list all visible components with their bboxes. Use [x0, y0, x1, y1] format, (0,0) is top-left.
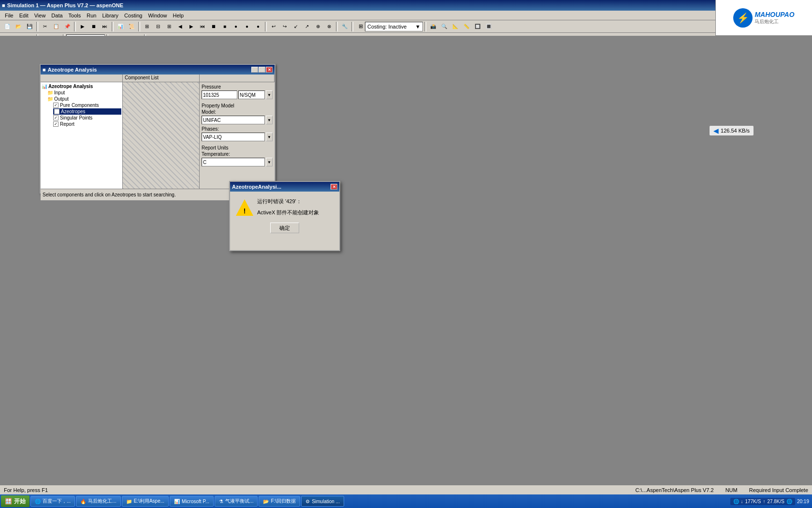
net-down-value: 177K/S: [745, 499, 761, 504]
pressure-unit[interactable]: N/SQM: [238, 90, 265, 99]
error-titlebar[interactable]: AzeotropeAnalysi... ✕: [230, 182, 339, 192]
tb-btn-17[interactable]: ⊗: [324, 21, 334, 32]
task-microsoft[interactable]: 📊 Microsoft P...: [170, 496, 214, 507]
tb-btn-16[interactable]: ⊕: [313, 21, 323, 32]
run-button[interactable]: ▶: [77, 21, 88, 32]
error-line1: 运行时错误 '429'：: [257, 197, 319, 206]
tb-btn-10[interactable]: ●: [242, 21, 252, 32]
open-button[interactable]: 📂: [13, 21, 24, 32]
tree-output[interactable]: 📁 Output: [47, 96, 121, 102]
copy-button[interactable]: 📋: [51, 21, 61, 32]
model-select-row: UNIFAC ▼: [202, 116, 273, 124]
phases-arrow[interactable]: ▼: [266, 133, 273, 141]
temp-select[interactable]: C: [202, 158, 265, 166]
menu-bar: File Edit View Data Tools Run Library Co…: [0, 11, 812, 20]
model-select[interactable]: UNIFAC: [202, 116, 265, 124]
report-checkbox[interactable]: ✓: [53, 121, 58, 127]
task-baidu[interactable]: 🌐 百度一下，...: [30, 496, 75, 507]
task-ms-icon: 📊: [174, 499, 180, 504]
tb-btn-21[interactable]: 📐: [450, 21, 461, 32]
stop-button[interactable]: ⏹: [88, 21, 99, 32]
tb-btn-22[interactable]: 📏: [461, 21, 472, 32]
model-arrow[interactable]: ▼: [266, 116, 273, 124]
tree-input[interactable]: 📁 Input: [47, 90, 121, 96]
menu-data[interactable]: Data: [48, 11, 65, 20]
step-button[interactable]: ⏭: [100, 21, 110, 32]
task-aspen-folder[interactable]: 📁 E:\利用Aspe...: [122, 496, 169, 507]
tb-btn-2[interactable]: ⊟: [153, 21, 163, 32]
temp-select-row: C ▼: [202, 158, 273, 166]
menu-edit[interactable]: Edit: [16, 11, 31, 20]
tb-btn-9[interactable]: ●: [231, 21, 241, 32]
menu-view[interactable]: View: [31, 11, 49, 20]
tb-btn-12[interactable]: ↩: [268, 21, 279, 32]
azeotrope-title-text: Azeotrope Analysis: [48, 67, 97, 73]
azeotrope-titlebar[interactable]: ■ Azeotrope Analysis _ □ ✕: [41, 65, 275, 75]
tree-pure-components[interactable]: ✓ Pure Components: [53, 102, 121, 108]
error-close-btn[interactable]: ✕: [331, 184, 337, 190]
tb-btn-24[interactable]: 🔳: [483, 21, 494, 32]
task-simulation[interactable]: ⚙ Simulation ...: [301, 496, 344, 507]
pressure-input[interactable]: [202, 90, 237, 99]
tb-btn-23[interactable]: 🔲: [472, 21, 483, 32]
start-button[interactable]: 🪟 开始: [1, 495, 29, 507]
costing-dropdown[interactable]: Costing: Inactive ▼: [365, 22, 423, 31]
task-vapor-liquid[interactable]: ⚗ 气液平衡试...: [215, 496, 258, 507]
menu-costing[interactable]: Costing: [121, 11, 145, 20]
separator-4: [138, 22, 140, 31]
cut-button[interactable]: ✂: [40, 21, 50, 32]
results-button[interactable]: 📊: [115, 21, 126, 32]
azeotrope-close[interactable]: ✕: [266, 67, 273, 73]
tree-root[interactable]: 📊 Azeotrope Analysis: [42, 83, 121, 90]
tb-btn-1[interactable]: ⊞: [142, 21, 152, 32]
save-button[interactable]: 💾: [24, 21, 35, 32]
tree-report[interactable]: ✓ Report: [53, 121, 121, 127]
error-ok-button[interactable]: 确定: [270, 223, 299, 233]
tb-btn-15[interactable]: ↗: [302, 21, 312, 32]
tb-btn-19[interactable]: 📸: [428, 21, 438, 32]
tb-btn-18[interactable]: 🔧: [339, 21, 350, 32]
paste-button[interactable]: 📌: [62, 21, 72, 32]
tree-azeotropes[interactable]: ✓ Azeotropes: [53, 108, 121, 115]
azeotrope-maximize[interactable]: □: [259, 67, 265, 73]
model-row: Model: UNIFAC ▼: [202, 109, 273, 124]
tb-btn-7[interactable]: ⏹: [208, 21, 219, 32]
temp-label: Temperature:: [202, 151, 273, 157]
tb-btn-13[interactable]: ↪: [279, 21, 290, 32]
task-mahoupao[interactable]: 🔥 马后炮化工...: [76, 496, 120, 507]
task-data-icon: 📂: [263, 499, 269, 504]
menu-file[interactable]: File: [2, 11, 16, 20]
tb-btn-3[interactable]: ⊞: [164, 21, 174, 32]
pure-checkbox[interactable]: ✓: [53, 103, 58, 108]
singular-checkbox[interactable]: ✓: [53, 115, 58, 120]
tree-panel: 📊 Azeotrope Analysis 📁 Input 📁 Output ✓ …: [41, 82, 123, 189]
new-button[interactable]: 📄: [2, 21, 13, 32]
toolbar-row-1: 📄 📂 💾 ✂ 📋 📌 ▶ ⏹ ⏭ 📊 📜 ⊞ ⊟ ⊞ ◀ ▶ ⏮ ⏹ ■ ● …: [0, 20, 812, 33]
pressure-unit-value: N/SQM: [240, 92, 256, 98]
tb-btn-8[interactable]: ■: [219, 21, 230, 32]
pressure-unit-arrow[interactable]: ▼: [266, 90, 273, 99]
net-globe-icon: 🌐: [733, 499, 739, 504]
tree-root-label: Azeotrope Analysis: [48, 84, 93, 89]
tree-singular-points[interactable]: ✓ Singular Points: [53, 115, 121, 121]
azeotropes-checkbox[interactable]: ✓: [54, 109, 59, 114]
tb-btn-6[interactable]: ⏮: [197, 21, 208, 32]
menu-run[interactable]: Run: [84, 11, 99, 20]
tb-btn-5[interactable]: ▶: [186, 21, 197, 32]
tb-btn-11[interactable]: ●: [253, 21, 263, 32]
task-data-folder[interactable]: 📂 F:\回归数据: [259, 496, 300, 507]
menu-window[interactable]: Window: [145, 11, 170, 20]
menu-help[interactable]: Help: [170, 11, 187, 20]
menu-library[interactable]: Library: [99, 11, 121, 20]
phases-select[interactable]: VAP-LIQ: [202, 133, 265, 141]
taskbar: 🪟 开始 🌐 百度一下，... 🔥 马后炮化工... 📁 E:\利用Aspe..…: [0, 494, 812, 508]
history-button[interactable]: 📜: [126, 21, 137, 32]
temp-arrow[interactable]: ▼: [266, 158, 273, 166]
tb-btn-14[interactable]: ↙: [290, 21, 301, 32]
tb-btn-4[interactable]: ◀: [175, 21, 186, 32]
num-indicator: NUM: [725, 487, 738, 493]
tb-btn-20[interactable]: 🔍: [439, 21, 450, 32]
menu-tools[interactable]: Tools: [66, 11, 84, 20]
task-ms-label: Microsoft P...: [182, 499, 209, 504]
azeotrope-minimize[interactable]: _: [251, 67, 258, 73]
